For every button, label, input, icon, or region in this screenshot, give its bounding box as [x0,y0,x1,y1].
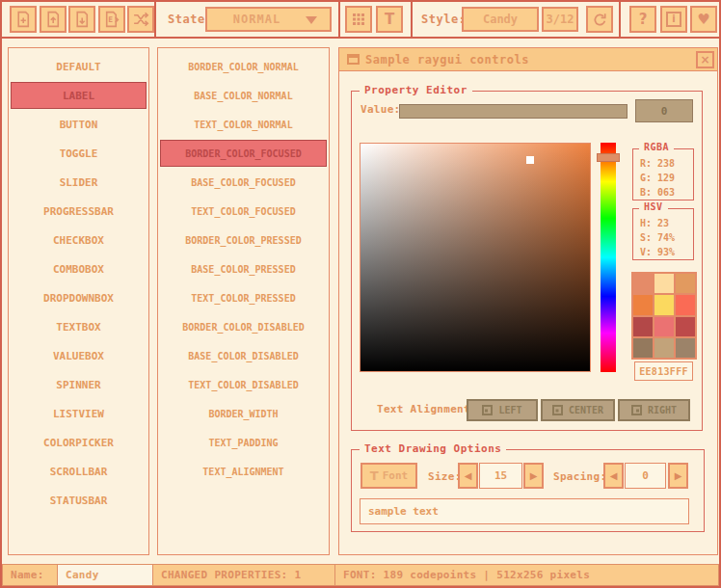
save-file-button[interactable] [68,6,95,33]
property-item[interactable]: BASE_COLOR_PRESSED [160,255,327,282]
palette-swatch-border-normal[interactable] [633,274,653,293]
property-item[interactable]: TEXT_ALIGNMENT [160,458,327,485]
control-item-colorpicker[interactable]: COLORPICKER [11,429,147,456]
close-button[interactable]: × [696,51,714,68]
control-item-listview[interactable]: LISTVIEW [11,400,147,427]
font-button[interactable]: T Font [360,463,417,489]
palette-swatch-text-disabled[interactable] [676,338,695,358]
control-item-label[interactable]: LABEL [11,82,147,109]
spacing-value-box[interactable]: 0 [625,463,666,489]
spacing-decrement-button[interactable]: ◀ [603,463,624,489]
control-item-dropdownbox[interactable]: DROPDOWNBOX [11,284,147,311]
hue-bar[interactable] [601,143,616,372]
control-item-progressbar[interactable]: PROGRESSBAR [11,198,147,225]
toolbar-underline [0,37,721,39]
property-item[interactable]: TEXT_PADDING [160,429,327,456]
palette-swatch-base-disabled[interactable] [654,338,674,358]
property-item[interactable]: TEXT_COLOR_DISABLED [160,371,327,398]
arrow-left-icon: ◀ [465,471,472,481]
control-item-textbox[interactable]: TEXTBOX [11,313,147,340]
align-right-button[interactable]: RIGHT [618,399,690,421]
load-file-button[interactable] [40,6,67,33]
property-item[interactable]: TEXT_COLOR_FOCUSED [160,198,327,225]
align-left-button[interactable]: LEFT [467,399,538,421]
text-tool-button[interactable]: T [376,6,403,33]
name-label-segment: Name: [2,564,58,586]
export-file-button[interactable]: E [98,6,125,33]
state-dropdown[interactable]: NORMAL [205,7,332,32]
palette-swatch-text-focused[interactable] [676,295,695,314]
property-editor-title: Property Editor [360,84,472,96]
new-file-button[interactable] [10,6,37,33]
svg-text:E: E [108,15,113,24]
align-center-button[interactable]: CENTER [541,399,615,421]
save-file-icon [73,11,91,28]
randomize-style-button[interactable] [127,6,154,33]
control-item-checkbox[interactable]: CHECKBOX [11,227,147,254]
hex-color-input[interactable]: EE813FFF [634,361,693,381]
control-item-combobox[interactable]: COMBOBOX [11,255,147,282]
value-box[interactable]: 0 [635,99,693,122]
property-item[interactable]: BASE_COLOR_FOCUSED [160,169,327,196]
control-item-scrollbar[interactable]: SCROLLBAR [11,458,147,485]
property-item[interactable]: BORDER_COLOR_NORMAL [160,53,327,80]
palette-swatch-text-normal[interactable] [676,274,695,293]
window-icon [347,54,360,65]
info-icon-glyph: i [672,14,675,24]
property-item[interactable]: BORDER_COLOR_PRESSED [160,227,327,254]
sv-selector[interactable] [526,156,534,164]
control-item-toggle[interactable]: TOGGLE [11,140,147,167]
size-decrement-button[interactable]: ◀ [458,463,478,489]
sample-text-value: sample text [368,505,439,518]
about-button[interactable]: i [660,6,687,33]
align-center-icon [552,405,563,415]
palette-swatch-border-focused[interactable] [633,295,653,314]
control-item-spinner[interactable]: SPINNER [11,371,147,398]
help-button[interactable]: ? [629,6,656,33]
app-border [0,0,2,588]
controls-listview: DEFAULT LABEL BUTTON TOGGLE SLIDER PROGR… [8,47,149,555]
arrow-left-icon: ◀ [610,471,618,481]
sample-text-input[interactable]: sample text [360,498,689,524]
value-slider[interactable] [399,104,628,119]
palette-swatch-border-pressed[interactable] [633,317,653,336]
hue-slider-handle[interactable] [597,153,620,162]
toolbar-divider [619,2,621,37]
reload-style-button[interactable] [586,6,613,33]
style-name-button[interactable]: Candy [462,7,539,32]
control-item-slider[interactable]: SLIDER [11,169,147,196]
property-item[interactable]: BASE_COLOR_DISABLED [160,342,327,369]
heart-icon: ♥ [697,13,709,27]
align-left-icon [482,405,493,415]
size-value-box[interactable]: 15 [479,463,522,489]
palette-swatch-base-focused[interactable] [654,295,674,314]
palette-swatch-text-pressed[interactable] [676,317,695,336]
control-item-default[interactable]: DEFAULT [11,53,147,80]
toolbar-divider [154,2,156,37]
property-item[interactable]: BORDER_COLOR_DISABLED [160,313,327,340]
rguistyler-app: E State: NORMAL T Style: Candy 3/12 [0,0,721,588]
hsv-s-value: S: 74% [640,230,693,245]
toolbar-divider [338,2,340,37]
control-item-statusbar[interactable]: STATUSBAR [11,487,147,514]
palette-swatch-base-pressed[interactable] [654,317,674,336]
align-left-label: LEFT [498,405,521,415]
font-status-text: FONT: 189 codepoints | 512x256 pixels [343,569,590,581]
property-item[interactable]: BASE_COLOR_NORMAL [160,82,327,109]
property-item[interactable]: BORDER_WIDTH [160,400,327,427]
control-item-button[interactable]: BUTTON [11,111,147,138]
color-picker-sv[interactable] [360,143,591,372]
window-title-bar[interactable]: Sample raygui controls × [339,48,717,71]
window-title: Sample raygui controls [365,53,529,67]
style-name-input[interactable]: Candy [57,564,153,586]
grid-view-button[interactable] [345,6,372,33]
property-item-selected[interactable]: BORDER_COLOR_FOCUSED [160,140,327,167]
sponsor-button[interactable]: ♥ [690,6,717,33]
property-item[interactable]: TEXT_COLOR_PRESSED [160,284,327,311]
control-item-valuebox[interactable]: VALUEBOX [11,342,147,369]
palette-swatch-border-disabled[interactable] [633,338,653,358]
property-item[interactable]: TEXT_COLOR_NORMAL [160,111,327,138]
spacing-increment-button[interactable]: ▶ [668,463,688,489]
size-increment-button[interactable]: ▶ [523,463,544,489]
palette-swatch-base-normal[interactable] [654,274,674,293]
